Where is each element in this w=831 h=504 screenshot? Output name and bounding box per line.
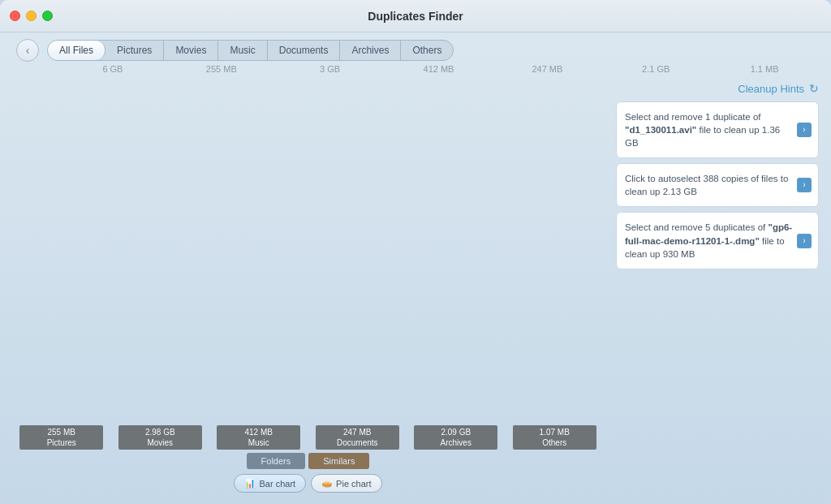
hint-1-arrow[interactable]: ›	[797, 123, 812, 137]
bar-label-archives: 2.09 GBArchives	[414, 425, 497, 450]
hint-3-arrow[interactable]: ›	[797, 234, 812, 248]
bar-group-others: 1.07 MBOthers	[506, 424, 605, 450]
size-label-pictures: 255 MB	[167, 64, 276, 74]
bar-label-documents: 247 MBDocuments	[316, 425, 399, 450]
bar-label-music: 412 MBMusic	[217, 425, 300, 450]
size-labels-row: 6 GB 255 MB 3 GB 412 MB 247 MB 2.1 GB 1.…	[0, 62, 831, 74]
size-label-music: 412 MB	[385, 64, 493, 74]
hint-3-text: Select and remove 5 duplicates of "gp6-f…	[625, 222, 792, 258]
bar-label-pictures: 255 MBPictures	[19, 425, 103, 450]
size-label-others: 1.1 MB	[710, 64, 819, 74]
bar-chart-icon: 📊	[244, 478, 256, 489]
hint-1-text: Select and remove 1 duplicate of "d1_130…	[625, 112, 780, 148]
pie-chart-button[interactable]: 🥧 Pie chart	[311, 474, 381, 493]
traffic-lights	[10, 11, 53, 21]
pie-chart-icon: 🥧	[321, 478, 333, 489]
refresh-icon[interactable]: ↻	[809, 82, 819, 95]
hint-card-3[interactable]: Select and remove 5 duplicates of "gp6-f…	[616, 212, 819, 269]
hints-title: Cleanup Hints	[738, 83, 804, 95]
minimize-button[interactable]	[26, 11, 37, 21]
maximize-button[interactable]	[42, 11, 53, 21]
chart-type-buttons: 📊 Bar chart 🥧 Pie chart	[12, 474, 604, 496]
size-label-archives: 2.1 GB	[601, 64, 710, 74]
tab-all-files[interactable]: All Files	[48, 41, 105, 60]
bar-group-music: 412 MBMusic	[209, 424, 308, 450]
chart-area: 255 MBPictures 2.98 GBMovies 412 MBMusic…	[12, 82, 604, 496]
bar-group-movies: 2.98 GBMovies	[111, 424, 210, 450]
size-label-movies: 3 GB	[276, 64, 385, 74]
toolbar: ‹ All Files Pictures Movies Music Docume…	[0, 32, 831, 62]
pie-chart-label: Pie chart	[336, 479, 371, 489]
close-button[interactable]	[10, 11, 20, 21]
bar-chart: 255 MBPictures 2.98 GBMovies 412 MBMusic…	[12, 82, 604, 450]
back-button[interactable]: ‹	[16, 39, 39, 62]
size-label-all: 6 GB	[58, 64, 167, 74]
tab-movies[interactable]: Movies	[164, 41, 218, 60]
tabs-container: All Files Pictures Movies Music Document…	[47, 40, 454, 61]
hint-card-1[interactable]: Select and remove 1 duplicate of "d1_130…	[616, 101, 819, 158]
bar-group-documents: 247 MBDocuments	[308, 424, 407, 450]
tab-pictures[interactable]: Pictures	[105, 41, 164, 60]
bar-label-others: 1.07 MBOthers	[513, 425, 596, 450]
bar-label-movies: 2.98 GBMovies	[118, 425, 202, 450]
hints-panel: Cleanup Hints ↻ Select and remove 1 dupl…	[616, 82, 819, 496]
size-label-documents: 247 MB	[493, 64, 601, 74]
hint-2-arrow[interactable]: ›	[797, 178, 812, 192]
titlebar: Duplicates Finder	[0, 0, 831, 32]
main-window: Duplicates Finder ‹ All Files Pictures M…	[0, 0, 831, 504]
bar-chart-label: Bar chart	[259, 479, 295, 489]
folders-button[interactable]: Folders	[247, 453, 306, 469]
bar-group-pictures: 255 MBPictures	[12, 424, 111, 450]
hints-header: Cleanup Hints ↻	[616, 82, 819, 95]
window-title: Duplicates Finder	[368, 10, 463, 23]
folders-similars: Folders Similars	[12, 453, 604, 469]
main-content: 255 MBPictures 2.98 GBMovies 412 MBMusic…	[0, 74, 831, 504]
bar-chart-button[interactable]: 📊 Bar chart	[234, 474, 306, 493]
tab-music[interactable]: Music	[218, 41, 267, 60]
similars-button[interactable]: Similars	[308, 453, 369, 469]
tab-documents[interactable]: Documents	[268, 41, 341, 60]
tab-others[interactable]: Others	[401, 41, 453, 60]
bar-group-archives: 2.09 GBArchives	[407, 424, 506, 450]
hint-2-text: Click to autoselect 388 copies of files …	[625, 174, 788, 196]
tab-archives[interactable]: Archives	[340, 41, 401, 60]
hint-card-2[interactable]: Click to autoselect 388 copies of files …	[616, 163, 819, 207]
